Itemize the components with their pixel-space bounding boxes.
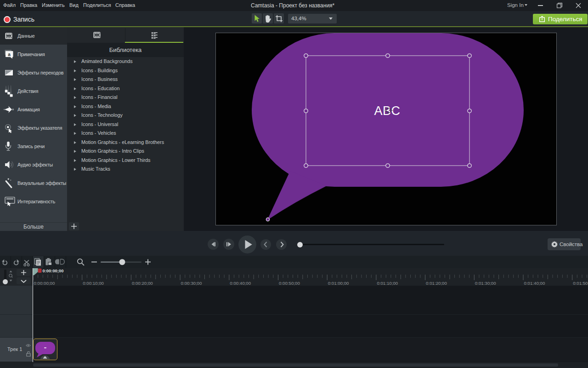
svg-text:0:01:40;00: 0:01:40;00 xyxy=(524,281,545,286)
svg-text:ABC: ABC xyxy=(374,104,400,118)
svg-text:0:01:50;00: 0:01:50;00 xyxy=(573,281,588,286)
svg-text:0:00:10;00: 0:00:10;00 xyxy=(83,281,104,286)
svg-text:0:01:20;00: 0:01:20;00 xyxy=(426,281,447,286)
svg-text:a: a xyxy=(8,52,11,57)
svg-text:0:00:50;00: 0:00:50;00 xyxy=(279,281,300,286)
svg-text:0:01:10;00: 0:01:10;00 xyxy=(377,281,398,286)
svg-text:0:01:00;00: 0:01:00;00 xyxy=(328,281,349,286)
svg-text:0:00:00;00: 0:00:00;00 xyxy=(43,268,64,273)
svg-text:0:00:20;00: 0:00:20;00 xyxy=(132,281,153,286)
svg-text:0:00:40;00: 0:00:40;00 xyxy=(230,281,251,286)
svg-text:0:00:00;00: 0:00:00;00 xyxy=(34,281,55,286)
svg-text:0:01:30;00: 0:01:30;00 xyxy=(475,281,496,286)
svg-text:0:00:30;00: 0:00:30;00 xyxy=(181,281,202,286)
